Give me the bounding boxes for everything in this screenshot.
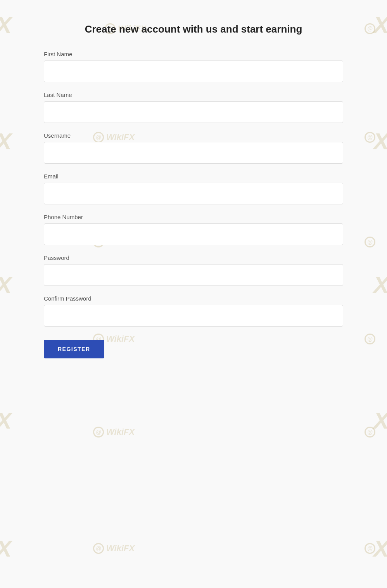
page-content: Create new account with us and start ear… bbox=[0, 0, 387, 389]
watermark-logo: @ bbox=[365, 543, 375, 554]
first-name-label: First Name bbox=[44, 51, 343, 57]
phone-input[interactable] bbox=[44, 223, 343, 245]
confirm-password-group: Confirm Password bbox=[44, 295, 343, 327]
phone-label: Phone Number bbox=[44, 214, 343, 220]
register-button[interactable]: REGISTER bbox=[44, 340, 104, 358]
watermark-x: X bbox=[0, 535, 12, 562]
watermark-logo: @WikiFX bbox=[93, 543, 135, 554]
first-name-input[interactable] bbox=[44, 61, 343, 82]
watermark-x: X bbox=[373, 407, 387, 434]
username-label: Username bbox=[44, 132, 343, 139]
username-group: Username bbox=[44, 132, 343, 164]
password-label: Password bbox=[44, 254, 343, 261]
phone-group: Phone Number bbox=[44, 214, 343, 245]
last-name-input[interactable] bbox=[44, 101, 343, 123]
username-input[interactable] bbox=[44, 142, 343, 164]
first-name-group: First Name bbox=[44, 51, 343, 82]
confirm-password-label: Confirm Password bbox=[44, 295, 343, 302]
last-name-group: Last Name bbox=[44, 92, 343, 123]
email-group: Email bbox=[44, 173, 343, 204]
password-group: Password bbox=[44, 254, 343, 286]
last-name-label: Last Name bbox=[44, 92, 343, 98]
watermark-logo: @ bbox=[365, 427, 375, 438]
watermark-logo: @WikiFX bbox=[93, 427, 135, 438]
watermark-x: X bbox=[373, 535, 387, 562]
email-label: Email bbox=[44, 173, 343, 180]
email-input[interactable] bbox=[44, 183, 343, 204]
confirm-password-input[interactable] bbox=[44, 305, 343, 327]
watermark-x: X bbox=[0, 407, 12, 434]
page-title: Create new account with us and start ear… bbox=[44, 23, 343, 35]
password-input[interactable] bbox=[44, 264, 343, 286]
registration-form: First Name Last Name Username Email Phon… bbox=[44, 51, 343, 358]
